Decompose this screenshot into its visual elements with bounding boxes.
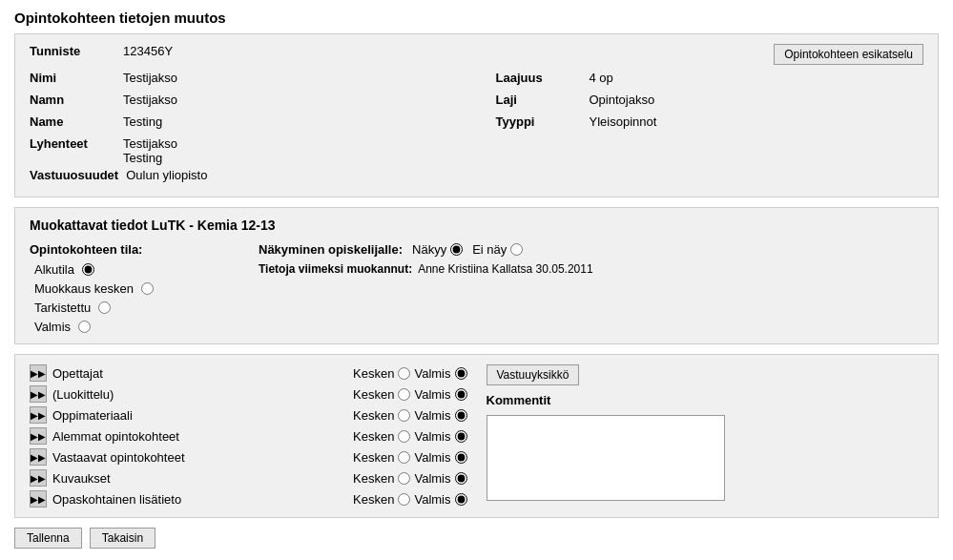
tarkistettu-label: Tarkistettu — [34, 301, 91, 315]
laji-value: Opintojakso — [590, 93, 924, 107]
laajuus-label: Laajuus — [496, 71, 582, 85]
arrow-kuvaukset[interactable]: ▶▶ — [30, 469, 47, 487]
namn-label: Namn — [30, 93, 115, 107]
name-value: Testing — [123, 114, 477, 129]
valmis-label: Valmis — [414, 408, 450, 423]
nakkyy-radio[interactable] — [450, 243, 463, 256]
vastuuyksikko-button[interactable]: Vastuuyksikkö — [487, 364, 580, 385]
tunniste-value: 123456Y — [123, 44, 774, 58]
kesken-label: Kesken — [353, 450, 394, 465]
kesken-label: Kesken — [353, 408, 394, 423]
top-info-section: Tunniste 123456Y Opintokohteen esikatsel… — [14, 33, 939, 197]
list-item: ▶▶ Alemmat opintokohteet Kesken Valmis — [30, 427, 467, 445]
visibility-row: Näkyminen opiskelijalle: Näkyy Ei näy — [259, 242, 923, 257]
kesken-label: Kesken — [353, 366, 394, 381]
alkutila-radio[interactable] — [82, 263, 94, 276]
alemmat-valmis-radio[interactable] — [455, 430, 467, 443]
status-option-muokkaus: Muokkaus kesken — [34, 281, 220, 296]
arrow-oppimateriaali[interactable]: ▶▶ — [30, 406, 47, 424]
muokkaus-label: Muokkaus kesken — [34, 281, 134, 296]
preview-button[interactable]: Opintokohteen esikatselu — [774, 44, 923, 65]
valmis-label: Valmis — [414, 471, 450, 486]
luokittelu-valmis-radio[interactable] — [455, 388, 467, 401]
valmis-label: Valmis — [414, 429, 450, 444]
valmis-label: Valmis — [414, 450, 450, 465]
items-section: ▶▶ Opettajat Kesken Valmis ▶▶ (Luokittel… — [14, 354, 939, 518]
vastuuosuudet-value: Oulun yliopisto — [126, 168, 476, 182]
action-buttons: Tallenna Takaisin — [14, 528, 939, 549]
list-item: ▶▶ Opaskohtainen lisätieto Kesken Valmis — [30, 490, 467, 508]
status-option-alkutila: Alkutila — [34, 262, 220, 277]
valmis-label: Valmis — [414, 366, 450, 381]
item-name-vastaavat: Vastaavat opintokohteet — [52, 450, 347, 465]
lyhenteet-label: Lyhenteet — [30, 136, 115, 151]
arrow-alemmat[interactable]: ▶▶ — [30, 427, 47, 445]
namn-value: Testijakso — [123, 93, 477, 107]
vastaavat-valmis-radio[interactable] — [455, 451, 467, 464]
item-name-oppimateriaali: Oppimateriaali — [52, 408, 347, 423]
muokattavat-title: Muokattavat tiedot LuTK - Kemia 12-13 — [30, 218, 923, 233]
kommentit-textarea[interactable] — [487, 415, 725, 501]
nakkyy-text: Näkyy — [412, 242, 446, 257]
valmis-label: Valmis — [414, 387, 450, 402]
list-item: ▶▶ Opettajat Kesken Valmis — [30, 364, 467, 382]
list-item: ▶▶ Vastaavat opintokohteet Kesken Valmis — [30, 448, 467, 466]
nimi-value: Testijakso — [123, 71, 477, 85]
kuvaukset-valmis-radio[interactable] — [455, 472, 467, 485]
laajuus-value: 4 op — [590, 71, 924, 85]
status-block-title: Opintokohteen tila: — [30, 242, 220, 257]
valmis-label: Valmis — [414, 492, 450, 507]
visibility-block: Näkyminen opiskelijalle: Näkyy Ei näy Ti… — [259, 242, 923, 276]
list-item: ▶▶ Oppimateriaali Kesken Valmis — [30, 406, 467, 424]
item-status-vastaavat: Kesken Valmis — [353, 450, 466, 465]
valmis-radio[interactable] — [78, 321, 91, 333]
tallenna-button[interactable]: Tallenna — [14, 528, 82, 549]
item-status-opettajat: Kesken Valmis — [353, 366, 466, 381]
item-name-opaskohtainen: Opaskohtainen lisätieto — [52, 492, 347, 507]
list-item: ▶▶ (Luokittelu) Kesken Valmis — [30, 385, 467, 403]
page-container: Opintokohteen tietojen muutos Tunniste 1… — [0, 0, 953, 560]
nimi-label: Nimi — [30, 71, 115, 85]
vastuuosuudet-label: Vastuuosuudet — [30, 168, 118, 182]
alemmat-kesken-radio[interactable] — [398, 430, 410, 443]
arrow-opettajat[interactable]: ▶▶ — [30, 364, 47, 382]
status-option-tarkistettu: Tarkistettu — [34, 301, 220, 315]
oppimateriaali-valmis-radio[interactable] — [455, 409, 467, 422]
tunniste-label: Tunniste — [30, 44, 115, 58]
lyhenteet-value1: Testijakso — [123, 136, 177, 151]
opaskohtainen-kesken-radio[interactable] — [398, 493, 410, 506]
name-label: Name — [30, 114, 115, 129]
item-status-oppimateriaali: Kesken Valmis — [353, 408, 466, 423]
vastaavat-kesken-radio[interactable] — [398, 451, 410, 464]
opettajat-valmis-radio[interactable] — [455, 367, 467, 380]
valmis-label: Valmis — [34, 320, 71, 334]
arrow-vastaavat[interactable]: ▶▶ — [30, 448, 47, 466]
ei-nay-radio[interactable] — [510, 243, 523, 256]
opaskohtainen-valmis-radio[interactable] — [455, 493, 467, 506]
luokittelu-kesken-radio[interactable] — [398, 388, 410, 401]
lyhenteet-value2: Testing — [123, 151, 177, 165]
kesken-label: Kesken — [353, 387, 394, 402]
oppimateriaali-kesken-radio[interactable] — [398, 409, 410, 422]
kesken-label: Kesken — [353, 471, 394, 486]
ei-nay-option: Ei näy — [472, 242, 523, 257]
item-name-alemmat: Alemmat opintokohteet — [52, 429, 347, 444]
kesken-label: Kesken — [353, 429, 394, 444]
nakkyy-option: Näkyy — [412, 242, 463, 257]
item-status-opaskohtainen: Kesken Valmis — [353, 492, 466, 507]
editor-row: Tietoja viimeksi muokannut: Anne Kristii… — [259, 262, 923, 276]
takaisin-button[interactable]: Takaisin — [90, 528, 155, 549]
ei-nay-text: Ei näy — [472, 242, 507, 257]
visibility-label: Näkyminen opiskelijalle: — [259, 242, 403, 257]
tyyppi-value: Yleisopinnot — [590, 114, 924, 129]
arrow-opaskohtainen[interactable]: ▶▶ — [30, 490, 47, 508]
kuvaukset-kesken-radio[interactable] — [398, 472, 410, 485]
tarkistettu-radio[interactable] — [98, 301, 111, 314]
opettajat-kesken-radio[interactable] — [398, 367, 410, 380]
muokkaus-radio[interactable] — [141, 282, 154, 295]
status-option-valmis: Valmis — [34, 320, 220, 334]
item-status-alemmat: Kesken Valmis — [353, 429, 466, 444]
arrow-luokittelu[interactable]: ▶▶ — [30, 385, 47, 403]
item-name-kuvaukset: Kuvaukset — [52, 471, 347, 486]
items-list: ▶▶ Opettajat Kesken Valmis ▶▶ (Luokittel… — [30, 364, 467, 508]
